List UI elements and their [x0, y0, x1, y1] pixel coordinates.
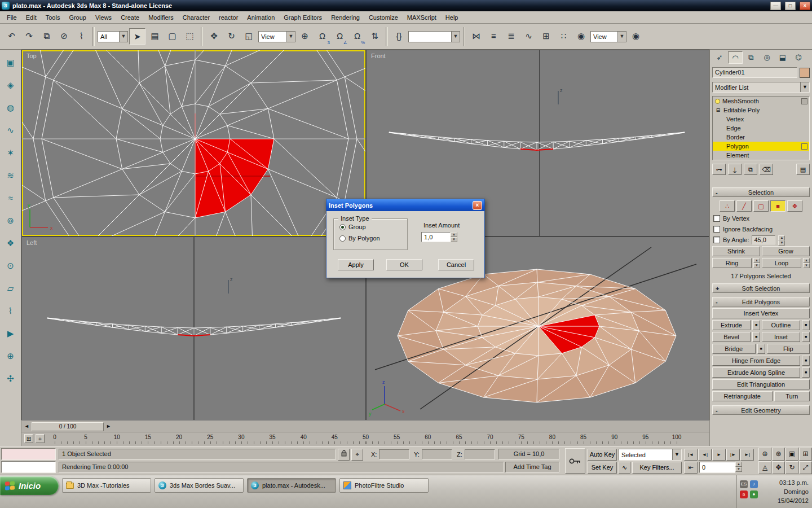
menu-item-maxscript[interactable]: MAXScript: [403, 12, 441, 23]
apply-button[interactable]: Apply: [338, 259, 374, 270]
reference-coordinate-combo[interactable]: View▼: [258, 31, 295, 42]
time-ruler[interactable]: ⊞⌗ 0510152025303540455055606570758085909…: [21, 432, 709, 446]
motion-tab-icon[interactable]: ◎: [760, 51, 774, 64]
collapse-icon[interactable]: ⊟: [715, 107, 721, 113]
by-angle-checkbox[interactable]: [713, 237, 720, 243]
inset-type-group-option[interactable]: Group: [339, 224, 407, 230]
reactor-utilities-icon[interactable]: ✣: [3, 371, 18, 386]
reactor-soft-body-icon[interactable]: ◍: [3, 100, 18, 115]
remove-modifier-icon[interactable]: ⌫: [760, 164, 773, 175]
extrude-along-spline-button[interactable]: Extrude Along Spline: [712, 367, 800, 378]
mirror-icon[interactable]: ⋈: [468, 28, 484, 45]
auto-key-button[interactable]: Auto Key: [588, 449, 617, 461]
configure-modifier-sets-icon[interactable]: ▤: [796, 164, 810, 175]
reactor-spring-icon[interactable]: ⌇: [3, 304, 18, 318]
reactor-cloth-icon[interactable]: ◈: [3, 78, 18, 93]
time-forward-arrow[interactable]: ►: [105, 422, 112, 431]
ok-button[interactable]: OK: [386, 259, 422, 270]
zoom-extents-icon[interactable]: ▣: [785, 448, 798, 461]
render-type-combo[interactable]: View▼: [590, 31, 626, 42]
chevron-down-icon[interactable]: ▼: [451, 32, 460, 42]
select-and-rotate-icon[interactable]: ↻: [223, 28, 240, 45]
edit-named-selection-sets-icon[interactable]: {}: [391, 28, 407, 45]
z-coordinate-field[interactable]: [465, 449, 495, 459]
select-by-name-icon[interactable]: ▤: [147, 28, 163, 45]
track-bar-filter-icon[interactable]: ⌗: [36, 434, 45, 443]
task-button-4[interactable]: PhotoFiltre Studio: [339, 478, 429, 493]
zoom-icon[interactable]: ⊕: [758, 448, 771, 461]
min-max-toggle-icon[interactable]: ⤢: [799, 461, 812, 474]
select-and-link-icon[interactable]: ⧉: [38, 28, 55, 45]
tray-volume-icon[interactable]: ♪: [750, 480, 758, 488]
pan-icon[interactable]: ✥: [772, 461, 785, 474]
maxscript-mini-listener[interactable]: [1, 448, 56, 460]
reactor-rigid-body-icon[interactable]: ▣: [3, 55, 18, 70]
schematic-view-icon[interactable]: ⊞: [538, 28, 554, 45]
task-button-2[interactable]: 33ds Max Bordes Suav...: [155, 478, 244, 493]
play-button-icon[interactable]: ►: [712, 449, 726, 461]
reactor-rope-icon[interactable]: ∿: [3, 123, 18, 138]
modifier-enabled-bulb-icon[interactable]: [715, 99, 720, 104]
create-tab-icon[interactable]: ➶: [712, 51, 727, 64]
pin-stack-icon[interactable]: ⊶: [712, 164, 726, 175]
zoom-extents-all-icon[interactable]: ⊞: [799, 448, 812, 461]
transform-type-in-toggle-icon[interactable]: ⌖: [351, 449, 363, 461]
tray-language-icon[interactable]: ES: [740, 480, 748, 488]
tray-antivirus-icon[interactable]: a: [740, 491, 748, 498]
rollout-soft-selection[interactable]: + Soft Selection: [712, 283, 810, 293]
hierarchy-tab-icon[interactable]: ⧉: [744, 51, 758, 64]
shrink-button[interactable]: Shrink: [712, 246, 760, 256]
stack-item-polygon[interactable]: Polygon: [713, 142, 809, 151]
set-keys-button[interactable]: [565, 448, 585, 474]
next-frame-icon[interactable]: |►: [726, 449, 740, 461]
stack-item-editable-poly[interactable]: ⊟Editable Poly: [713, 106, 809, 115]
open-mini-curve-editor-icon[interactable]: ⊞: [24, 434, 33, 443]
task-button-1[interactable]: 3D Max -Tutoriales: [62, 478, 151, 493]
reactor-deforming-mesh-icon[interactable]: ✶: [3, 146, 18, 160]
select-and-move-icon[interactable]: ✥: [206, 28, 222, 45]
by-vertex-checkbox[interactable]: [713, 215, 720, 222]
menu-item-edit[interactable]: Edit: [21, 12, 41, 23]
object-name-field[interactable]: Cylinder01: [712, 67, 797, 78]
viewport-left[interactable]: z Left: [22, 237, 365, 420]
loop-spinner[interactable]: ▲▼: [803, 258, 810, 267]
selection-set-combo[interactable]: Selected ▼: [619, 449, 682, 461]
loop-button[interactable]: Loop: [762, 258, 801, 268]
grow-button[interactable]: Grow: [762, 246, 810, 256]
rollout-edit-geometry[interactable]: - Edit Geometry: [712, 405, 810, 415]
rectangular-selection-region-icon[interactable]: ▢: [164, 28, 180, 45]
border-subobject-icon[interactable]: ▢: [753, 200, 769, 212]
spinner-snap-toggle-icon[interactable]: ⇅: [367, 28, 383, 45]
minimize-button[interactable]: —: [770, 2, 781, 10]
select-and-scale-icon[interactable]: ◱: [241, 28, 257, 45]
maxscript-mini-input[interactable]: [1, 461, 56, 473]
menu-item-animation[interactable]: Animation: [242, 12, 279, 23]
dialog-title-bar[interactable]: Inset Polygons ×: [326, 199, 484, 211]
task-button-3[interactable]: 3plato.max - Autodesk...: [247, 478, 336, 493]
by-polygon-radio[interactable]: [339, 235, 346, 242]
vertex-subobject-icon[interactable]: ∴: [720, 200, 735, 212]
x-coordinate-field[interactable]: [379, 449, 409, 459]
default-in-out-tangents-icon[interactable]: ∿: [619, 462, 630, 474]
go-to-end-icon[interactable]: ►|: [740, 449, 754, 461]
reactor-preview-icon[interactable]: ▶: [3, 326, 18, 341]
material-editor-icon[interactable]: ∷: [555, 28, 572, 45]
go-to-start-icon[interactable]: |◄: [684, 449, 698, 461]
extrude-settings-icon[interactable]: ■: [752, 320, 760, 330]
inset-amount-spinner[interactable]: ▲▼: [451, 232, 457, 241]
menu-item-reactor[interactable]: reactor: [214, 12, 242, 23]
unlink-selection-icon[interactable]: ⊘: [56, 28, 72, 45]
flip-button[interactable]: Flip: [767, 344, 810, 354]
inset-settings-icon[interactable]: ■: [802, 332, 810, 342]
menu-item-tools[interactable]: Tools: [41, 12, 65, 23]
window-crossing-toggle-icon[interactable]: ⬚: [182, 28, 198, 45]
maximize-button[interactable]: □: [785, 2, 796, 10]
bridge-settings-icon[interactable]: ■: [757, 344, 765, 354]
turn-button[interactable]: Turn: [774, 391, 810, 401]
hinge-from-edge-settings-icon[interactable]: ■: [802, 356, 810, 366]
utilities-tab-icon[interactable]: ⌬: [791, 51, 806, 64]
time-slider[interactable]: 0 / 100: [32, 422, 104, 431]
stack-item-meshsmooth[interactable]: MeshSmooth: [713, 97, 809, 106]
menu-item-group[interactable]: Group: [64, 12, 91, 23]
inset-button[interactable]: Inset: [762, 332, 800, 342]
